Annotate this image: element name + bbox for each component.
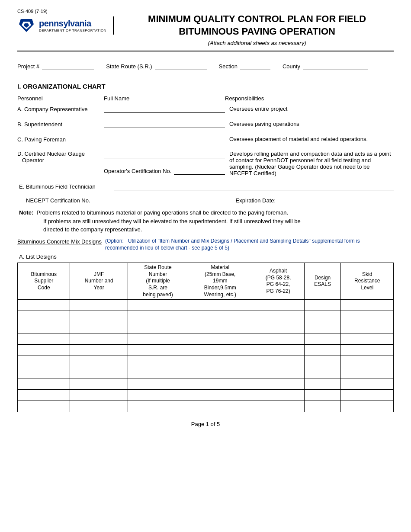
cell[interactable] <box>128 345 188 356</box>
cell[interactable] <box>70 367 128 378</box>
cell[interactable] <box>70 378 128 390</box>
cell[interactable] <box>341 333 394 345</box>
cell[interactable] <box>304 333 341 345</box>
bcmd-row: Bituminous Concrete Mix Designs (Option:… <box>17 237 394 252</box>
cell[interactable] <box>70 401 128 412</box>
cell[interactable] <box>188 367 252 378</box>
cell[interactable] <box>70 345 128 356</box>
operator-cert-field[interactable] <box>174 167 225 175</box>
county-field[interactable] <box>303 62 368 70</box>
cell[interactable] <box>70 390 128 401</box>
project-number-field[interactable] <box>42 62 94 70</box>
cell[interactable] <box>304 345 341 356</box>
cell[interactable] <box>188 345 252 356</box>
cell[interactable] <box>18 356 70 367</box>
cell[interactable] <box>18 401 70 412</box>
cell[interactable] <box>188 333 252 345</box>
org-name-field-e[interactable] <box>114 183 394 190</box>
section-field[interactable] <box>240 62 270 70</box>
cell[interactable] <box>341 311 394 322</box>
cell[interactable] <box>70 333 128 345</box>
table-header-row: BituminousSupplierCode JMFNumber andYear… <box>18 263 394 300</box>
cell[interactable] <box>128 311 188 322</box>
logo-name: pennsylvania <box>39 19 106 29</box>
cell[interactable] <box>18 300 70 311</box>
cell[interactable] <box>188 300 252 311</box>
cell[interactable] <box>188 322 252 333</box>
table-row <box>18 311 394 322</box>
cell[interactable] <box>18 378 70 390</box>
sr-field[interactable] <box>155 62 207 70</box>
cell[interactable] <box>252 333 304 345</box>
cell[interactable] <box>341 390 394 401</box>
cell[interactable] <box>70 322 128 333</box>
cell[interactable] <box>252 378 304 390</box>
cell[interactable] <box>252 322 304 333</box>
cell[interactable] <box>304 300 341 311</box>
cell[interactable] <box>128 300 188 311</box>
cell[interactable] <box>128 322 188 333</box>
cell[interactable] <box>188 356 252 367</box>
cell[interactable] <box>128 401 188 412</box>
cell[interactable] <box>18 322 70 333</box>
cell[interactable] <box>18 390 70 401</box>
cell[interactable] <box>188 311 252 322</box>
org-label-a: A. Company Representative <box>17 105 104 112</box>
cell[interactable] <box>252 345 304 356</box>
cell[interactable] <box>128 333 188 345</box>
cell[interactable] <box>304 367 341 378</box>
expiry-label: Expiration Date: <box>236 197 276 204</box>
org-label-d: D. Certified Nuclear Gauge Operator <box>17 151 104 163</box>
necept-field[interactable] <box>94 196 215 204</box>
cell[interactable] <box>18 333 70 345</box>
cell[interactable] <box>128 356 188 367</box>
org-name-field-d[interactable] <box>104 151 225 158</box>
cell[interactable] <box>341 367 394 378</box>
necept-label: NECEPT Certification No. <box>26 197 90 204</box>
cell[interactable] <box>304 322 341 333</box>
org-row-b: B. Superintendent Oversees paving operat… <box>17 120 394 129</box>
org-resp-d: Develops rolling pattern and compaction … <box>225 151 394 176</box>
cell[interactable] <box>70 300 128 311</box>
cell[interactable] <box>188 378 252 390</box>
page-number: Page 1 of 5 <box>191 421 220 427</box>
cell[interactable] <box>304 378 341 390</box>
cell[interactable] <box>188 390 252 401</box>
cell[interactable] <box>252 356 304 367</box>
cell[interactable] <box>18 345 70 356</box>
col-header-esals: DesignESALS <box>304 263 341 300</box>
cell[interactable] <box>188 401 252 412</box>
main-title: MINIMUM QUALITY CONTROL PLAN FOR FIELD B… <box>120 13 394 38</box>
cell[interactable] <box>304 390 341 401</box>
org-name-field-c[interactable] <box>104 135 225 143</box>
expiry-date-field[interactable] <box>279 196 340 204</box>
cell[interactable] <box>341 401 394 412</box>
operator-cert-label: Operator's Certification No. <box>104 168 171 174</box>
org-name-field-a[interactable] <box>104 105 225 113</box>
cell[interactable] <box>341 345 394 356</box>
col-header-skid: SkidResistanceLevel <box>341 263 394 300</box>
cell[interactable] <box>128 378 188 390</box>
cell[interactable] <box>70 311 128 322</box>
cell[interactable] <box>252 390 304 401</box>
org-name-field-b[interactable] <box>104 120 225 128</box>
cell[interactable] <box>252 311 304 322</box>
cell[interactable] <box>304 356 341 367</box>
cell[interactable] <box>341 378 394 390</box>
cell[interactable] <box>252 367 304 378</box>
cell[interactable] <box>304 311 341 322</box>
cell[interactable] <box>252 300 304 311</box>
cell[interactable] <box>341 300 394 311</box>
cell[interactable] <box>18 311 70 322</box>
cell[interactable] <box>341 322 394 333</box>
cell[interactable] <box>341 356 394 367</box>
cell[interactable] <box>70 356 128 367</box>
cell[interactable] <box>304 401 341 412</box>
cell[interactable] <box>128 367 188 378</box>
cell[interactable] <box>252 401 304 412</box>
county-label: County <box>283 63 300 70</box>
section-i-title: I. ORGANIZATIONAL CHART <box>17 83 394 90</box>
cell[interactable] <box>128 390 188 401</box>
cell[interactable] <box>18 367 70 378</box>
header-responsibilities: Responsibilities <box>225 95 394 102</box>
